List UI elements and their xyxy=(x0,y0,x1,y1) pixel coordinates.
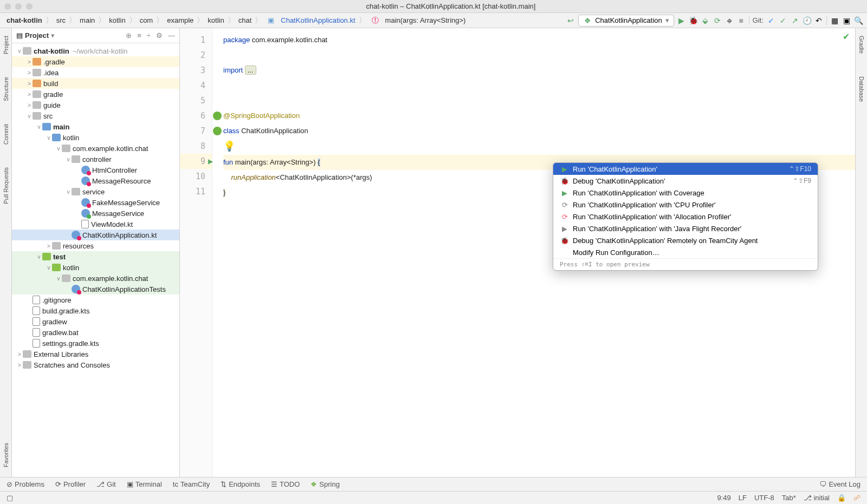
spring-gutter-icon[interactable] xyxy=(213,127,222,135)
breadcrumb-file[interactable]: ChatKotlinApplication.kt xyxy=(279,16,357,24)
profiler-tab[interactable]: ⟳Profiler xyxy=(55,480,86,488)
collapse-all-icon[interactable]: ÷ xyxy=(147,31,151,40)
tree-item[interactable]: >gradle xyxy=(12,89,179,100)
run-config-selector[interactable]: ❖ ChatKotlinApplication ▾ xyxy=(578,15,674,27)
window-controls[interactable] xyxy=(4,3,33,10)
search-icon[interactable]: 🔍 xyxy=(854,16,863,25)
attach-icon[interactable]: ⎆ xyxy=(725,16,734,25)
inspection-ok-icon[interactable]: ✔ xyxy=(843,31,850,42)
tree-item[interactable]: >.idea xyxy=(12,67,179,78)
problems-tab[interactable]: ⊘Problems xyxy=(7,480,44,488)
event-log-tab[interactable]: 🗨Event Log xyxy=(819,480,860,488)
tool-database[interactable]: Database xyxy=(858,73,865,105)
tree-item[interactable]: vcom.example.kotlin.chat xyxy=(12,273,179,284)
breadcrumb-part[interactable]: kotlin xyxy=(205,16,226,24)
gutter-line[interactable]: 2 xyxy=(180,48,212,63)
tool-pull-requests[interactable]: Pull Requests xyxy=(3,164,9,207)
tree-item[interactable]: >External Libraries xyxy=(12,349,179,359)
tree-root[interactable]: vchat-kotlin~/work/chat-kotlin xyxy=(12,45,179,56)
gutter-line[interactable]: 11 xyxy=(180,184,212,199)
tool-commit[interactable]: Commit xyxy=(3,121,9,148)
tree-item[interactable]: >build xyxy=(12,78,179,89)
select-opened-icon[interactable]: ⊕ xyxy=(126,31,132,40)
tree-item[interactable]: >resources xyxy=(12,240,179,251)
lock-icon[interactable]: 🔒 xyxy=(837,494,846,502)
git-update-icon[interactable]: ✓ xyxy=(767,16,775,25)
tree-item[interactable]: FakeMessageService xyxy=(12,197,179,208)
tree-item[interactable]: HtmlController xyxy=(12,165,179,175)
ide-icon[interactable]: ▦ xyxy=(830,16,839,25)
run-context-menu[interactable]: ▶Run 'ChatKotlinApplication'⌃⇧F10🐞Debug … xyxy=(553,162,818,271)
line-ending[interactable]: LF xyxy=(739,494,747,502)
cursor-position[interactable]: 9:49 xyxy=(717,494,730,502)
git-history-icon[interactable]: 🕘 xyxy=(803,16,811,25)
chevron-down-icon[interactable]: ▾ xyxy=(51,31,55,40)
close-dot[interactable] xyxy=(4,3,11,10)
tree-item[interactable]: >.gradle xyxy=(12,56,179,67)
gutter-line[interactable]: 6 xyxy=(180,108,212,123)
status-icon[interactable]: ▢ xyxy=(7,494,13,502)
breadcrumb-part[interactable]: chat xyxy=(236,16,254,24)
tree-item[interactable]: ChatKotlinApplicationTests xyxy=(12,284,179,294)
breadcrumb-part[interactable]: src xyxy=(54,16,68,24)
tree-item[interactable]: vmain xyxy=(12,121,179,132)
gutter-line[interactable]: 1 xyxy=(180,32,212,48)
tool-project[interactable]: Project xyxy=(3,32,9,57)
tree-item[interactable]: vcontroller xyxy=(12,154,179,165)
tree-item[interactable]: vkotlin xyxy=(12,132,179,143)
back-icon[interactable]: ↩ xyxy=(566,16,575,25)
coverage-icon[interactable]: ⬙ xyxy=(701,16,710,25)
git-push-icon[interactable]: ↗ xyxy=(791,16,799,25)
encoding[interactable]: UTF-8 xyxy=(754,494,774,502)
run-icon[interactable]: ▶ xyxy=(677,16,686,25)
gutter[interactable]: 123456789▶1011 xyxy=(180,28,212,477)
tree-item[interactable]: vsrc xyxy=(12,110,179,121)
menu-item[interactable]: ▶Run 'ChatKotlinApplication'⌃⇧F10 xyxy=(553,163,818,175)
teamcity-tab[interactable]: tcTeamCity xyxy=(173,480,210,488)
tree-item[interactable]: gradlew xyxy=(12,316,179,327)
debug-icon[interactable]: 🐞 xyxy=(689,16,698,25)
breadcrumb-part[interactable]: chat-kotlin xyxy=(4,16,44,24)
breadcrumb-part[interactable]: example xyxy=(165,16,196,24)
tree-item[interactable]: MessageService xyxy=(12,208,179,219)
menu-item[interactable]: Modify Run Configuration… xyxy=(553,246,818,258)
git-commit-icon[interactable]: ✓ xyxy=(779,16,787,25)
import-fold[interactable]: ... xyxy=(245,66,256,75)
stop-icon[interactable]: ■ xyxy=(737,16,746,25)
menu-item[interactable]: ⟳Run 'ChatKotlinApplication' with 'CPU P… xyxy=(553,199,818,211)
menu-item[interactable]: ⟳Run 'ChatKotlinApplication' with 'Alloc… xyxy=(553,211,818,222)
breadcrumb-part[interactable]: com xyxy=(138,16,156,24)
tree-item[interactable]: ChatKotlinApplication.kt xyxy=(12,230,179,240)
minimize-dot[interactable] xyxy=(15,3,22,10)
man-icon[interactable]: ☍ xyxy=(853,494,860,502)
tree-item[interactable]: MessageResource xyxy=(12,175,179,186)
tool-gradle[interactable]: Gradle xyxy=(858,32,865,57)
hide-icon[interactable]: — xyxy=(168,31,175,40)
expand-all-icon[interactable]: ≡ xyxy=(137,31,141,40)
tree-item[interactable]: .gitignore xyxy=(12,294,179,305)
menu-item[interactable]: ▶Run 'ChatKotlinApplication' with Covera… xyxy=(553,187,818,199)
indent[interactable]: Tab* xyxy=(782,494,796,502)
tree-item[interactable]: settings.gradle.kts xyxy=(12,338,179,349)
tree-item[interactable]: vtest xyxy=(12,251,179,262)
zoom-dot[interactable] xyxy=(26,3,33,10)
intention-bulb-icon[interactable]: 💡 xyxy=(223,141,235,152)
gutter-line[interactable]: 10 xyxy=(180,169,212,184)
tree-item[interactable]: build.gradle.kts xyxy=(12,305,179,316)
tree-item[interactable]: gradlew.bat xyxy=(12,327,179,338)
tree-item[interactable]: vcom.example.kotlin.chat xyxy=(12,143,179,154)
git-tab[interactable]: ⎇Git xyxy=(96,480,116,488)
breadcrumb-part[interactable]: main xyxy=(77,16,97,24)
spring-tab[interactable]: ❖Spring xyxy=(310,480,340,488)
gear-icon[interactable]: ⚙ xyxy=(156,31,163,40)
menu-item[interactable]: ▶Run 'ChatKotlinApplication' with 'Java … xyxy=(553,222,818,234)
gutter-line[interactable]: 7 xyxy=(180,123,212,139)
gutter-line[interactable]: 3 xyxy=(180,63,212,78)
breadcrumb-method[interactable]: main(args: Array<String>) xyxy=(383,16,468,24)
todo-tab[interactable]: ☰TODO xyxy=(271,480,300,488)
menu-item[interactable]: 🐞Debug 'ChatKotlinApplication' Remotely … xyxy=(553,234,818,246)
tool-favorites[interactable]: Favorites xyxy=(3,440,9,470)
git-branch[interactable]: ⎇ initial xyxy=(804,494,830,502)
tree-item[interactable]: vservice xyxy=(12,186,179,197)
breadcrumb-part[interactable]: kotlin xyxy=(107,16,127,24)
